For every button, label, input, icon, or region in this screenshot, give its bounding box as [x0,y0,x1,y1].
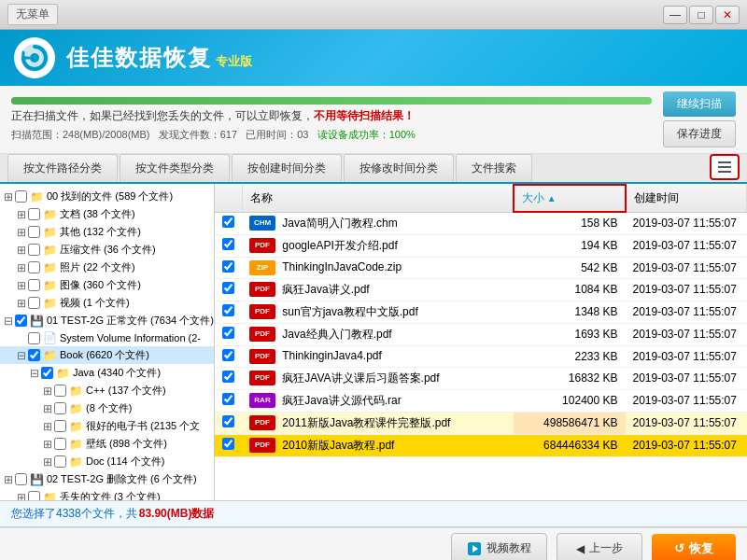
tab-by-create-time[interactable]: 按创建时间分类 [232,154,342,182]
tree-item[interactable]: 📄 System Volume Information (2- [0,329,214,346]
tree-item-java[interactable]: ⊟ 📁 Java (4340 个文件) [0,364,214,382]
tree-toggle[interactable]: ⊞ [41,385,54,398]
row-checkbox-cell[interactable] [215,345,242,367]
tree-item[interactable]: ⊟ 💾 01 TEST-2G 正常文件 (7634 个文件) [0,312,214,329]
tree-checkbox[interactable] [15,190,27,203]
tree-toggle[interactable]: ⊞ [15,244,28,257]
tree-item[interactable]: ⊞ 📁 (8 个文件) [0,399,214,417]
tree-item[interactable]: ⊞ 📁 00 找到的文件 (589 个文件) [0,188,214,205]
row-checkbox[interactable] [222,393,234,405]
row-checkbox-cell[interactable] [215,234,242,257]
table-row[interactable]: PDF 2010新版Java教程.pdf 684446334 KB 2019-0… [215,434,747,456]
continue-scan-button[interactable]: 继续扫描 [663,91,736,117]
row-checkbox[interactable] [222,282,234,294]
tree-checkbox[interactable] [28,332,40,344]
tree-checkbox[interactable] [28,208,40,220]
table-row[interactable]: RAR 疯狂Java讲义源代码.rar 102400 KB 2019-03-07… [215,389,747,412]
tree-checkbox[interactable] [54,385,66,397]
tree-checkbox[interactable] [28,279,40,291]
col-checkbox[interactable] [215,185,242,212]
maximize-button[interactable]: □ [689,6,713,24]
tree-checkbox[interactable] [28,491,40,500]
col-name[interactable]: 名称 [242,185,514,212]
row-checkbox[interactable] [222,415,234,427]
tree-toggle[interactable]: ⊟ [2,315,15,328]
save-progress-button[interactable]: 保存进度 [663,120,736,147]
row-checkbox-cell[interactable] [215,301,242,323]
row-checkbox-cell[interactable] [215,278,242,301]
tree-checkbox[interactable] [15,315,27,327]
tree-item[interactable]: ⊞ 📁 Doc (114 个文件) [0,453,214,470]
tab-by-modify-time[interactable]: 按修改时间分类 [344,154,454,182]
tree-checkbox[interactable] [28,226,40,238]
tree-item[interactable]: ⊞ 📁 丢失的文件 (3 个文件) [0,488,214,500]
tab-file-search[interactable]: 文件搜索 [456,154,532,182]
row-checkbox-cell[interactable] [215,434,242,456]
row-checkbox[interactable] [222,238,234,250]
tree-toggle[interactable]: ⊞ [41,455,54,469]
table-row[interactable]: ZIP ThinkingInJavaCode.zip 542 KB 2019-0… [215,257,747,278]
table-row[interactable]: CHM Java简明入门教程.chm 158 KB 2019-03-07 11:… [215,212,747,234]
tree-checkbox[interactable] [28,261,40,273]
tree-item[interactable]: ⊞ 📁 压缩文件 (36 个文件) [0,241,214,259]
tree-item[interactable]: ⊞ 💾 02 TEST-2G 删除文件 (6 个文件) [0,470,214,488]
tree-toggle[interactable]: ⊟ [15,349,28,362]
tree-toggle[interactable]: ⊞ [41,402,54,415]
tree-toggle[interactable]: ⊞ [15,279,28,292]
tree-toggle[interactable]: ⊞ [15,226,28,239]
tree-item[interactable]: ⊞ 📁 其他 (132 个文件) [0,223,214,241]
table-row[interactable]: PDF ThinkinginJava4.pdf 2233 KB 2019-03-… [215,345,747,367]
app-menu-button[interactable]: 无菜单 [7,4,58,25]
row-checkbox-cell[interactable] [215,212,242,234]
row-checkbox-cell[interactable] [215,412,242,434]
row-checkbox[interactable] [222,349,234,361]
col-date[interactable]: 创建时间 [626,185,747,212]
table-row[interactable]: PDF 2011新版Java教程课件完整版.pdf 498586471 KB 2… [215,412,747,434]
recover-button[interactable]: ↺ 恢复 [652,534,736,561]
tab-by-path[interactable]: 按文件路径分类 [7,154,118,182]
row-checkbox[interactable] [222,216,234,228]
tree-toggle[interactable]: ⊞ [41,420,54,433]
table-row[interactable]: PDF googleAPI开发介绍.pdf 194 KB 2019-03-07 … [215,234,747,257]
row-checkbox[interactable] [222,371,234,383]
tree-item[interactable]: ⊞ 📁 图像 (360 个文件) [0,276,214,294]
minimize-button[interactable]: — [663,6,687,24]
tree-checkbox[interactable] [54,420,66,432]
table-row[interactable]: PDF sun官方java教程中文版.pdf 1348 KB 2019-03-0… [215,301,747,323]
prev-step-button[interactable]: ◀ 上一步 [557,533,642,560]
tree-toggle[interactable]: ⊞ [15,261,28,274]
tree-toggle[interactable]: ⊞ [41,438,54,451]
tree-checkbox[interactable] [54,455,66,468]
row-checkbox-cell[interactable] [215,367,242,389]
tree-item[interactable]: ⊞ 📁 很好的电子书 (2135 个文 [0,417,214,435]
table-row[interactable]: PDF 疯狂Java讲义.pdf 1084 KB 2019-03-07 11:5… [215,278,747,301]
table-row[interactable]: PDF 疯狂JAVA讲义课后习题答案.pdf 16832 KB 2019-03-… [215,367,747,389]
row-checkbox[interactable] [222,304,234,316]
tree-checkbox[interactable] [28,244,40,256]
tree-item[interactable]: ⊞ 📁 壁纸 (898 个文件) [0,435,214,453]
close-button[interactable]: ✕ [715,6,740,24]
tree-item-book[interactable]: ⊟ 📁 Book (6620 个文件) [0,346,214,364]
tree-checkbox[interactable] [28,297,40,309]
tree-item[interactable]: ⊞ 📁 文档 (38 个文件) [0,205,214,223]
row-checkbox-cell[interactable] [215,389,242,412]
tree-checkbox[interactable] [28,349,40,361]
row-checkbox[interactable] [222,327,234,339]
tree-checkbox[interactable] [54,402,66,414]
tree-toggle[interactable]: ⊞ [15,297,28,310]
col-size[interactable]: 大小 ▲ [514,185,626,212]
row-checkbox[interactable] [222,438,234,450]
tree-checkbox[interactable] [54,438,66,450]
tree-toggle[interactable]: ⊞ [2,473,15,486]
row-checkbox-cell[interactable] [215,257,242,278]
tree-toggle[interactable]: ⊞ [15,491,28,501]
tree-toggle[interactable]: ⊟ [28,367,41,380]
tree-toggle[interactable]: ⊞ [2,190,15,203]
tree-item[interactable]: ⊞ 📁 照片 (22 个文件) [0,259,214,276]
row-checkbox[interactable] [222,260,234,273]
tree-checkbox[interactable] [15,473,27,485]
tab-by-type[interactable]: 按文件类型分类 [120,154,230,182]
table-row[interactable]: PDF Java经典入门教程.pdf 1693 KB 2019-03-07 11… [215,323,747,345]
tree-item[interactable]: ⊞ 📁 C++ (137 个文件) [0,382,214,399]
tree-item[interactable]: ⊞ 📁 视频 (1 个文件) [0,294,214,312]
